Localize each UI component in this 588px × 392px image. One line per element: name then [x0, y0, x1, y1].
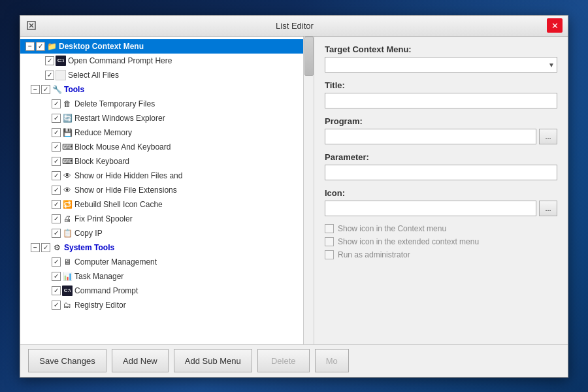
- checkbox-block-keyboard[interactable]: [52, 157, 61, 166]
- tree-item-desktop-context[interactable]: − 📁 Desktop Context Menu: [20, 39, 303, 54]
- keyboard-icon: ⌨: [62, 142, 73, 152]
- close-button[interactable]: ✕: [547, 18, 563, 33]
- copy-icon: 📋: [62, 228, 73, 238]
- tree-item-block-keyboard[interactable]: ⌨ Block Keyboard: [20, 154, 303, 169]
- checkbox-reduce-memory[interactable]: [52, 128, 61, 137]
- show-icon-extended-label: Show icon in the extended context menu: [338, 237, 479, 246]
- checkbox-fix-print[interactable]: [52, 214, 61, 223]
- tree-item-task-manager[interactable]: 📊 Task Manager: [20, 269, 303, 284]
- collapse-system-icon[interactable]: −: [31, 243, 40, 252]
- checkbox-copy-ip[interactable]: [52, 229, 61, 238]
- tree-item-fix-print[interactable]: 🖨 Fix Print Spooler: [20, 212, 303, 226]
- delete-icon: 🗑: [62, 99, 73, 109]
- cmd-icon: C:\: [56, 56, 66, 66]
- tree-item-rebuild-shell[interactable]: 🔁 Rebuild Shell Icon Cache: [20, 197, 303, 212]
- checkbox-select-all[interactable]: [45, 71, 54, 80]
- scrollbar-thumb[interactable]: [304, 37, 314, 76]
- tree-item-delete-temp[interactable]: 🗑 Delete Temporary Files: [20, 97, 303, 111]
- tree-item-cmd-prompt[interactable]: C:\ Command Prompt: [20, 284, 303, 298]
- run-as-admin-option: Run as administrator: [325, 250, 557, 259]
- checkbox-task-manager[interactable]: [52, 272, 61, 281]
- checkbox-show-ext[interactable]: [52, 186, 61, 195]
- checkbox-system-tools[interactable]: [41, 243, 50, 252]
- item-label-desktop: Desktop Context Menu: [59, 42, 144, 51]
- icon-group: Icon: ...: [325, 188, 557, 216]
- icon-label: Icon:: [325, 188, 557, 198]
- main-window: List Editor ✕ − 📁 Desktop Context Menu: [20, 15, 568, 378]
- tree-item-select-all[interactable]: Select All Files: [20, 68, 303, 82]
- tree-item-tools[interactable]: − 🔧 Tools: [20, 82, 303, 97]
- item-label-fix-print: Fix Print Spooler: [74, 214, 133, 223]
- run-as-admin-label: Run as administrator: [338, 250, 410, 259]
- eye2-icon: 👁: [62, 185, 73, 195]
- show-icon-checkbox[interactable]: [325, 224, 334, 233]
- show-icon-extended-option: Show icon in the extended context menu: [325, 237, 557, 246]
- item-label-registry-editor: Registry Editor: [74, 301, 126, 310]
- tree-item-restart-explorer[interactable]: 🔄 Restart Windows Explorer: [20, 111, 303, 125]
- tree-item-show-hide-hidden[interactable]: 👁 Show or Hide Hidden Files and: [20, 169, 303, 183]
- parameter-group: Parameter:: [325, 152, 557, 180]
- title-group: Title:: [325, 80, 557, 108]
- program-input-row: ...: [325, 129, 557, 144]
- content-area: − 📁 Desktop Context Menu C:\ Open Comman…: [20, 37, 568, 344]
- title-input[interactable]: [325, 93, 557, 108]
- target-context-label: Target Context Menu:: [325, 44, 557, 54]
- tree-item-system-tools[interactable]: − ⚙ System Tools: [20, 240, 303, 255]
- item-label-block-keyboard: Block Keyboard: [74, 157, 129, 166]
- checkbox-cmd-prompt[interactable]: [52, 286, 61, 295]
- tree-item-computer-mgmt[interactable]: 🖥 Computer Management: [20, 255, 303, 269]
- item-label-delete-temp: Delete Temporary Files: [74, 99, 155, 108]
- tree-item-registry-editor[interactable]: 🗂 Registry Editor: [20, 298, 303, 312]
- tree-item-reduce-memory[interactable]: 💾 Reduce Memory: [20, 125, 303, 140]
- target-context-select-wrapper: ▼: [325, 57, 557, 73]
- registry-icon: 🗂: [62, 300, 73, 310]
- tree-item-open-cmd[interactable]: C:\ Open Command Prompt Here: [20, 54, 303, 68]
- item-label-cmd-prompt: Command Prompt: [74, 286, 138, 295]
- collapse-desktop-icon[interactable]: −: [25, 42, 35, 51]
- parameter-input[interactable]: [325, 165, 557, 180]
- program-browse-button[interactable]: ...: [539, 129, 557, 144]
- tree-item-copy-ip[interactable]: 📋 Copy IP: [20, 226, 303, 240]
- computer-icon: 🖥: [62, 257, 73, 267]
- show-icon-label: Show icon in the Context menu: [338, 224, 446, 233]
- tree-item-block-mouse-keyboard[interactable]: ⌨ Block Mouse And Keyboard: [20, 140, 303, 154]
- checkbox-computer-mgmt[interactable]: [52, 257, 61, 267]
- cmd2-icon: C:\: [62, 286, 73, 296]
- checkbox-desktop[interactable]: [36, 42, 45, 51]
- item-label-tools: Tools: [64, 85, 84, 94]
- eye-icon: 👁: [62, 171, 73, 181]
- tasks-icon: 📊: [62, 271, 73, 282]
- show-icon-extended-checkbox[interactable]: [325, 237, 334, 246]
- item-label-task-manager: Task Manager: [74, 272, 123, 281]
- folder-icon: 📁: [46, 41, 57, 52]
- rebuild-icon: 🔁: [62, 199, 73, 210]
- checkbox-restart-explorer[interactable]: [52, 114, 61, 123]
- checkbox-block-mouse[interactable]: [52, 142, 61, 152]
- scrollbar-track[interactable]: [303, 37, 314, 344]
- tree-item-show-hide-ext[interactable]: 👁 Show or Hide File Extensions: [20, 183, 303, 197]
- collapse-tools-icon[interactable]: −: [31, 85, 40, 94]
- save-changes-button[interactable]: Save Changes: [28, 349, 106, 372]
- add-sub-menu-button[interactable]: Add Sub Menu: [174, 349, 252, 372]
- add-new-button[interactable]: Add New: [112, 349, 169, 372]
- item-label-show-hide-ext: Show or Hide File Extensions: [74, 186, 177, 195]
- print-icon: 🖨: [62, 214, 73, 224]
- checkbox-show-hidden[interactable]: [52, 171, 61, 180]
- delete-button[interactable]: Delete: [257, 349, 310, 372]
- icon-browse-button[interactable]: ...: [539, 201, 557, 216]
- program-input[interactable]: [325, 129, 536, 144]
- checkbox-delete-temp[interactable]: [52, 99, 61, 108]
- memory-icon: 💾: [62, 127, 73, 138]
- run-as-admin-checkbox[interactable]: [325, 250, 334, 259]
- toolbar: Save Changes Add New Add Sub Menu Delete…: [20, 344, 568, 377]
- parameter-label: Parameter:: [325, 152, 557, 162]
- checkbox-rebuild-shell[interactable]: [52, 200, 61, 209]
- target-context-select[interactable]: [325, 57, 557, 73]
- icon-input[interactable]: [325, 201, 536, 216]
- item-label-restart-explorer: Restart Windows Explorer: [74, 114, 165, 123]
- checkbox-tools[interactable]: [41, 85, 50, 94]
- more-button[interactable]: Mo: [315, 349, 349, 372]
- app-icon: [25, 20, 37, 31]
- checkbox-open-cmd[interactable]: [45, 56, 54, 65]
- checkbox-registry-editor[interactable]: [52, 301, 61, 310]
